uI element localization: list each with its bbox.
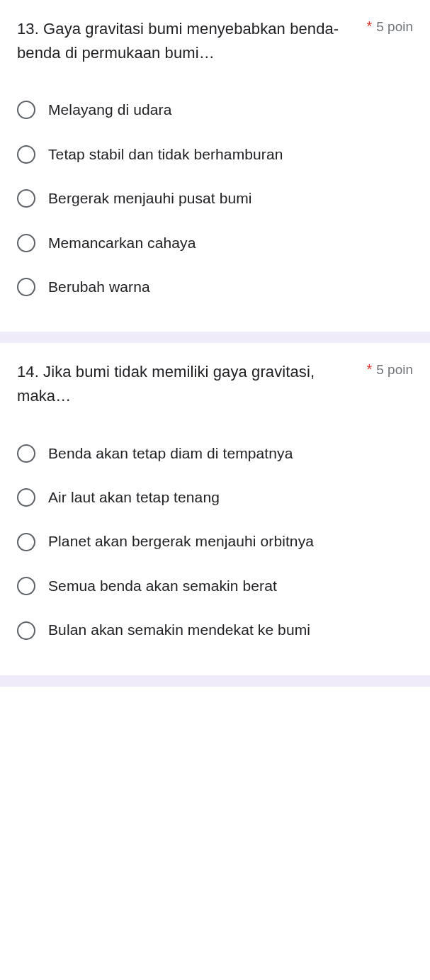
- radio-option[interactable]: Bulan akan semakin mendekat ke bumi: [17, 608, 413, 652]
- question-header: 13. Gaya gravitasi bumi menyebabkan bend…: [17, 17, 413, 65]
- radio-option[interactable]: Benda akan tetap diam di tempatnya: [17, 432, 413, 475]
- option-text: Planet akan bergerak menjauhi orbitnya: [48, 531, 314, 552]
- points-wrapper: * 5 poin: [366, 17, 413, 35]
- options-list: Benda akan tetap diam di tempatnya Air l…: [17, 432, 413, 653]
- radio-icon: [17, 533, 35, 551]
- radio-icon: [17, 278, 35, 296]
- required-indicator: *: [366, 18, 372, 35]
- option-text: Bulan akan semakin mendekat ke bumi: [48, 619, 310, 641]
- radio-option[interactable]: Melayang di udara: [17, 88, 413, 132]
- radio-option[interactable]: Tetap stabil dan tidak berhamburan: [17, 133, 413, 176]
- radio-option[interactable]: Memancarkan cahaya: [17, 221, 413, 265]
- option-text: Air laut akan tetap tenang: [48, 487, 220, 508]
- points-label: 5 poin: [376, 362, 413, 378]
- radio-icon: [17, 444, 35, 463]
- radio-option[interactable]: Berubah warna: [17, 265, 413, 309]
- radio-icon: [17, 145, 35, 164]
- radio-option[interactable]: Semua benda akan semakin berat: [17, 564, 413, 608]
- question-text: 14. Jika bumi tidak memiliki gaya gravit…: [17, 360, 355, 408]
- points-wrapper: * 5 poin: [366, 360, 413, 378]
- option-text: Tetap stabil dan tidak berhamburan: [48, 144, 283, 165]
- radio-option[interactable]: Planet akan bergerak menjauhi orbitnya: [17, 519, 413, 563]
- option-text: Memancarkan cahaya: [48, 232, 196, 254]
- card-separator: [0, 332, 430, 343]
- option-text: Benda akan tetap diam di tempatnya: [48, 443, 293, 464]
- question-text: 13. Gaya gravitasi bumi menyebabkan bend…: [17, 17, 355, 65]
- radio-icon: [17, 234, 35, 252]
- points-label: 5 poin: [376, 19, 413, 35]
- radio-icon: [17, 189, 35, 208]
- option-text: Bergerak menjauhi pusat bumi: [48, 188, 252, 209]
- required-indicator: *: [366, 361, 372, 378]
- radio-icon: [17, 488, 35, 507]
- radio-option[interactable]: Bergerak menjauhi pusat bumi: [17, 176, 413, 220]
- card-separator: [0, 675, 430, 687]
- option-text: Melayang di udara: [48, 99, 171, 120]
- question-card: 13. Gaya gravitasi bumi menyebabkan bend…: [0, 0, 430, 332]
- radio-icon: [17, 577, 35, 595]
- question-card: 14. Jika bumi tidak memiliki gaya gravit…: [0, 343, 430, 675]
- radio-icon: [17, 101, 35, 119]
- question-header: 14. Jika bumi tidak memiliki gaya gravit…: [17, 360, 413, 408]
- radio-option[interactable]: Air laut akan tetap tenang: [17, 475, 413, 519]
- option-text: Berubah warna: [48, 276, 150, 298]
- radio-icon: [17, 621, 35, 640]
- options-list: Melayang di udara Tetap stabil dan tidak…: [17, 88, 413, 309]
- option-text: Semua benda akan semakin berat: [48, 575, 277, 597]
